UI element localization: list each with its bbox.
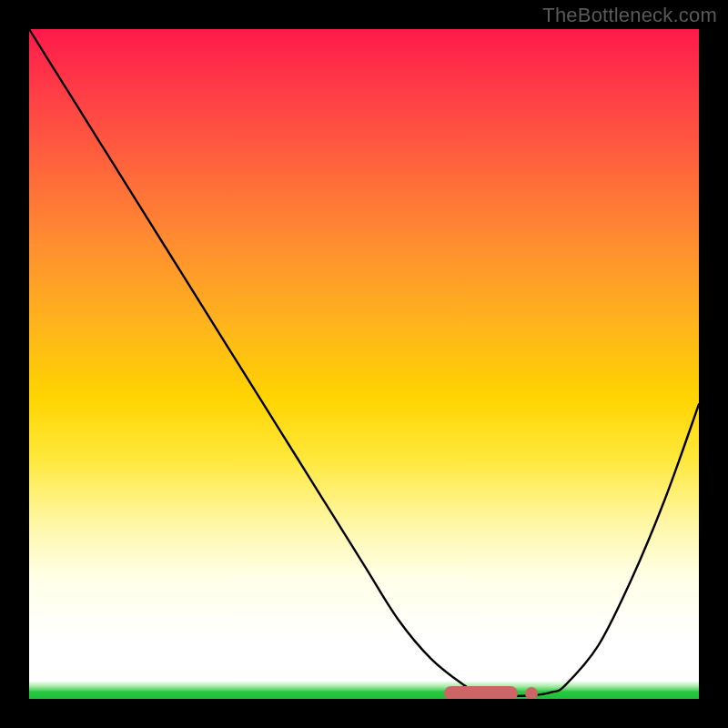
recommended-range-capsule <box>444 686 518 699</box>
plot-area <box>29 29 699 699</box>
chart-container: TheBottleneck.com <box>0 0 728 728</box>
bottleneck-curve <box>29 29 699 699</box>
watermark-text: TheBottleneck.com <box>542 4 717 27</box>
recommended-point-dot <box>525 687 538 699</box>
